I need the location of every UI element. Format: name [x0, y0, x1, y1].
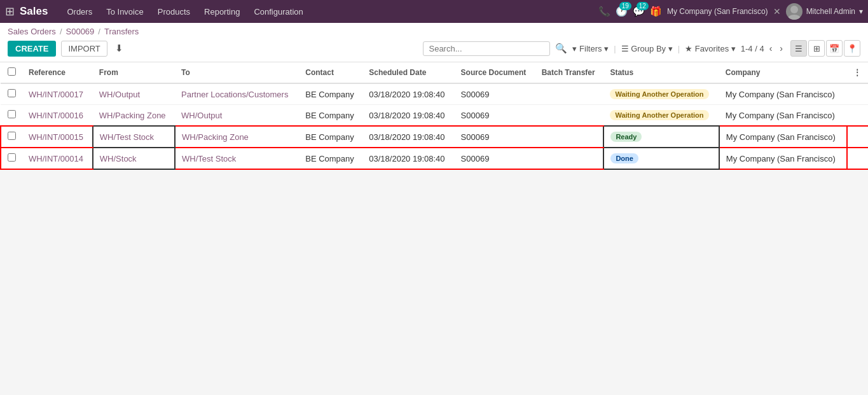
menu-to-invoice[interactable]: To Invoice [100, 4, 150, 19]
next-page-button[interactable]: › [777, 42, 785, 55]
username: Mitchell Admin [806, 7, 855, 16]
status-badge: Ready [610, 132, 642, 142]
filters-button[interactable]: Filters ▾ [572, 44, 609, 53]
cell-to: WH/Packing Zone [175, 126, 299, 148]
to-link[interactable]: WH/Test Stock [182, 154, 236, 163]
cell-source-document: S00069 [455, 105, 535, 127]
col-scheduled-date: Scheduled Date [362, 62, 454, 83]
row-checkbox[interactable] [1, 83, 22, 105]
to-link[interactable]: WH/Output [181, 111, 222, 120]
table-row: WH/INT/00015 WH/Test Stock WH/Packing Zo… [1, 126, 868, 148]
reference-link[interactable]: WH/INT/00014 [29, 154, 83, 163]
cell-contact: BE Company [299, 105, 362, 127]
clock-badge: 19 [619, 2, 631, 10]
from-link[interactable]: WH/Output [99, 90, 140, 99]
reference-link[interactable]: WH/INT/00016 [29, 111, 83, 120]
to-link[interactable]: WH/Packing Zone [182, 132, 249, 142]
col-to: To [175, 62, 299, 83]
user-dropdown-icon[interactable]: ▾ [859, 7, 863, 16]
from-link[interactable]: WH/Stock [100, 154, 137, 163]
cell-extra [847, 105, 868, 127]
cell-batch-transfer [535, 83, 604, 105]
to-link[interactable]: Partner Locations/Customers [181, 90, 288, 99]
toolbar-right: 🔍 Filters ▾ | ☰ Group By ▾ | ★ Favorites… [423, 40, 860, 57]
cell-to: WH/Test Stock [175, 148, 299, 169]
cell-from: WH/Output [93, 83, 175, 105]
cell-from: WH/Packing Zone [93, 105, 175, 127]
breadcrumb-sep1: / [60, 27, 62, 36]
view-switcher: ☰ ⊞ 📅 📍 [790, 40, 860, 57]
table-header-row: Reference From To Contact Scheduled Date… [1, 62, 868, 83]
list-view-button[interactable]: ☰ [790, 40, 807, 57]
top-navigation: ⊞ Sales Orders To Invoice Products Repor… [0, 0, 868, 23]
menu-products[interactable]: Products [151, 4, 196, 19]
clock-icon[interactable]: 🕐 19 [616, 6, 628, 17]
search-input[interactable] [423, 41, 550, 56]
download-button[interactable]: ⬇ [113, 40, 126, 57]
cell-company: My Company (San Francisco) [719, 83, 847, 105]
kanban-view-button[interactable]: ⊞ [808, 40, 825, 57]
chat-badge: 12 [637, 2, 649, 10]
cell-status: Waiting Another Operation [603, 83, 719, 105]
row-checkbox[interactable] [1, 105, 22, 127]
company-selector[interactable]: My Company (San Francisco) [667, 7, 768, 16]
select-all-checkbox[interactable] [8, 67, 16, 76]
topnav-right: 📞 🕐 19 💬 12 🎁 My Company (San Francisco)… [598, 3, 863, 20]
menu-orders[interactable]: Orders [60, 4, 99, 19]
cell-source-document: S00069 [455, 83, 535, 105]
from-link[interactable]: WH/Test Stock [100, 132, 154, 142]
row-select-checkbox[interactable] [8, 132, 16, 140]
cell-extra [847, 126, 868, 148]
reference-link[interactable]: WH/INT/00017 [29, 90, 83, 99]
svg-point-1 [788, 15, 801, 20]
chat-icon[interactable]: 💬 12 [633, 6, 645, 17]
cell-extra [847, 148, 868, 169]
top-menu: Orders To Invoice Products Reporting Con… [60, 4, 595, 19]
col-company: Company [719, 62, 847, 83]
row-checkbox[interactable] [1, 126, 22, 148]
cell-source-document: S00069 [455, 126, 535, 148]
cell-reference: WH/INT/00014 [22, 148, 93, 169]
search-icon[interactable]: 🔍 [555, 43, 567, 54]
close-icon[interactable]: ✕ [773, 6, 781, 17]
main-content: Reference From To Contact Scheduled Date… [0, 62, 868, 170]
row-checkbox[interactable] [1, 148, 22, 169]
phone-icon[interactable]: 📞 [598, 6, 610, 17]
cell-company: My Company (San Francisco) [719, 126, 847, 148]
row-select-checkbox[interactable] [8, 110, 16, 118]
cell-status: Done [603, 148, 719, 169]
col-status: Status [603, 62, 719, 83]
favorites-button[interactable]: ★ Favorites ▾ [685, 44, 736, 53]
reference-link[interactable]: WH/INT/00015 [29, 132, 83, 142]
status-badge: Waiting Another Operation [610, 110, 708, 120]
user-menu[interactable]: Mitchell Admin ▾ [786, 3, 863, 20]
pagination-count: 1-4 / 4 [741, 44, 764, 53]
calendar-view-button[interactable]: 📅 [826, 40, 843, 57]
cell-contact: BE Company [299, 83, 362, 105]
cell-to: WH/Output [175, 105, 299, 127]
menu-configuration[interactable]: Configuration [247, 4, 309, 19]
cell-company: My Company (San Francisco) [719, 148, 847, 169]
from-link[interactable]: WH/Packing Zone [99, 111, 166, 120]
breadcrumb-sales-orders[interactable]: Sales Orders [8, 27, 56, 36]
groupby-button[interactable]: ☰ Group By ▾ [621, 44, 673, 53]
col-contact: Contact [299, 62, 362, 83]
row-select-checkbox[interactable] [8, 153, 16, 162]
prev-page-button[interactable]: ‹ [767, 42, 775, 55]
app-name[interactable]: Sales [20, 5, 48, 18]
row-select-checkbox[interactable] [8, 89, 16, 97]
header-checkbox[interactable] [1, 62, 22, 83]
cell-batch-transfer [535, 148, 604, 169]
gift-icon[interactable]: 🎁 [650, 6, 662, 17]
cell-status: Waiting Another Operation [603, 105, 719, 127]
table-row: WH/INT/00014 WH/Stock WH/Test Stock BE C… [1, 148, 868, 169]
app-grid-icon[interactable]: ⊞ [5, 4, 15, 18]
create-button[interactable]: CREATE [8, 41, 56, 57]
table-row: WH/INT/00017 WH/Output Partner Locations… [1, 83, 868, 105]
menu-reporting[interactable]: Reporting [198, 4, 246, 19]
map-view-button[interactable]: 📍 [844, 40, 860, 57]
pagination: 1-4 / 4 ‹ › [741, 42, 785, 55]
breadcrumb-s00069[interactable]: S00069 [66, 27, 95, 36]
import-button[interactable]: IMPORT [61, 41, 107, 57]
col-settings[interactable]: ⋮ [847, 62, 868, 83]
